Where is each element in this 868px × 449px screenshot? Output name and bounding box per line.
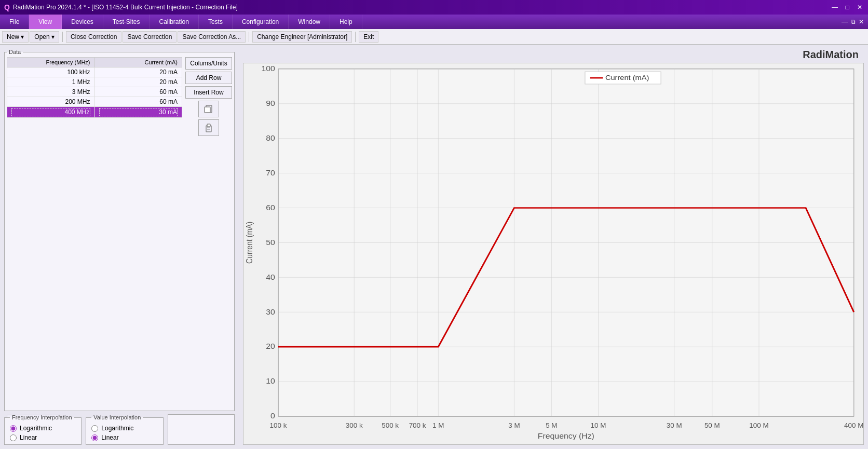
val-log-radio[interactable] xyxy=(91,425,98,432)
svg-text:50 M: 50 M xyxy=(704,422,720,429)
val-log-option[interactable]: Logarithmic xyxy=(91,425,157,432)
val-linear-option[interactable]: Linear xyxy=(91,434,157,441)
menu-help[interactable]: Help xyxy=(330,15,362,29)
add-row-button[interactable]: Add Row xyxy=(185,72,232,84)
val-linear-label: Linear xyxy=(101,434,118,441)
save-correction-as-button[interactable]: Save Correction As... xyxy=(178,31,246,43)
chart-panel: RadiMation xyxy=(239,45,868,449)
toolbar-separator-2 xyxy=(249,32,249,42)
inner-minimize-button[interactable]: — xyxy=(842,18,848,25)
svg-text:10: 10 xyxy=(266,377,275,385)
svg-text:500 k: 500 k xyxy=(382,422,399,429)
freq-log-label: Logarithmic xyxy=(20,425,52,432)
cell-current[interactable] xyxy=(94,97,182,107)
cell-frequency[interactable] xyxy=(7,97,95,107)
table-row[interactable] xyxy=(7,107,182,118)
svg-text:1 M: 1 M xyxy=(432,422,444,429)
input-current[interactable] xyxy=(99,69,178,76)
input-frequency[interactable] xyxy=(11,98,90,105)
close-button[interactable]: ✕ xyxy=(856,3,864,11)
menu-window[interactable]: Window xyxy=(289,15,330,29)
copy-button[interactable] xyxy=(198,101,219,117)
input-frequency[interactable] xyxy=(11,69,90,76)
main-content: Data Frequency (MHz) Current (mA) xyxy=(0,45,868,449)
svg-text:60: 60 xyxy=(266,203,275,212)
svg-text:40: 40 xyxy=(266,273,275,281)
close-correction-button[interactable]: Close Correction xyxy=(66,31,121,43)
table-row[interactable] xyxy=(7,67,182,77)
cell-current[interactable] xyxy=(94,77,182,87)
cell-current[interactable] xyxy=(94,87,182,97)
open-button[interactable]: Open ▾ xyxy=(30,31,59,43)
col-frequency: Frequency (MHz) xyxy=(7,58,95,67)
button-column: Colums/Units Add Row Insert Row xyxy=(185,57,232,409)
cell-frequency[interactable] xyxy=(7,77,95,87)
cell-frequency[interactable] xyxy=(7,107,95,118)
menu-tests[interactable]: Tests xyxy=(199,15,233,29)
insert-row-button[interactable]: Insert Row xyxy=(185,86,232,99)
input-current[interactable] xyxy=(99,98,178,105)
freq-interp-label: Frequency Interpolation xyxy=(10,414,74,420)
columns-units-button[interactable]: Colums/Units xyxy=(185,57,232,70)
data-group-label: Data xyxy=(7,49,23,55)
cell-frequency[interactable] xyxy=(7,67,95,77)
svg-text:100 M: 100 M xyxy=(749,422,768,429)
paste-button[interactable] xyxy=(198,119,219,136)
table-row[interactable] xyxy=(7,97,182,107)
menu-calibration[interactable]: Calibration xyxy=(150,15,199,29)
inner-restore-button[interactable]: ⧉ xyxy=(851,18,856,25)
freq-linear-label: Linear xyxy=(20,434,37,441)
menubar: File View Devices Test-Sites Calibration… xyxy=(0,15,868,29)
toolbar: New ▾ Open ▾ Close Correction Save Corre… xyxy=(0,29,868,45)
window-controls[interactable]: — □ ✕ xyxy=(831,3,864,11)
inner-close-button[interactable]: ✕ xyxy=(859,18,864,25)
svg-text:400 M: 400 M xyxy=(844,422,863,429)
menu-test-sites[interactable]: Test-Sites xyxy=(103,15,150,29)
cell-frequency[interactable] xyxy=(7,87,95,97)
cell-current[interactable] xyxy=(94,107,182,118)
menu-view[interactable]: View xyxy=(29,15,62,29)
input-current[interactable] xyxy=(99,108,178,116)
table-row[interactable] xyxy=(7,77,182,87)
data-table-container: Frequency (MHz) Current (mA) xyxy=(7,57,182,409)
svg-text:Current (mA): Current (mA) xyxy=(245,222,254,264)
svg-text:100 k: 100 k xyxy=(270,422,287,429)
input-current[interactable] xyxy=(99,78,178,86)
chart-container: 100 90 80 70 60 50 40 30 20 10 0 Current… xyxy=(243,63,864,445)
chart-svg: 100 90 80 70 60 50 40 30 20 10 0 Current… xyxy=(243,63,863,444)
menu-devices[interactable]: Devices xyxy=(62,15,103,29)
maximize-button[interactable]: □ xyxy=(843,3,851,11)
val-linear-radio[interactable] xyxy=(91,434,98,441)
new-button[interactable]: New ▾ xyxy=(2,31,29,43)
legend-label: Current (mA) xyxy=(605,74,649,81)
input-frequency[interactable] xyxy=(11,78,90,86)
freq-interp-options: Logarithmic Linear xyxy=(10,425,76,441)
change-engineer-button[interactable]: Change Engineer [Administrator] xyxy=(252,31,352,43)
input-frequency[interactable] xyxy=(11,108,90,116)
save-correction-button[interactable]: Save Correction xyxy=(123,31,177,43)
interpolation-row: Frequency Interpolation Logarithmic Line… xyxy=(4,414,235,445)
svg-text:30: 30 xyxy=(266,307,275,316)
svg-text:70: 70 xyxy=(266,169,275,177)
copy-icon xyxy=(204,104,214,114)
svg-text:3 M: 3 M xyxy=(508,422,520,429)
data-group: Data Frequency (MHz) Current (mA) xyxy=(4,49,235,411)
minimize-button[interactable]: — xyxy=(831,3,839,11)
freq-log-radio[interactable] xyxy=(10,425,17,432)
svg-text:80: 80 xyxy=(266,134,275,142)
table-row[interactable] xyxy=(7,87,182,97)
freq-log-option[interactable]: Logarithmic xyxy=(10,425,76,432)
title-text: RadiMation Pro 2024.1.4 * - [ISO 11452-4… xyxy=(13,4,238,11)
exit-button[interactable]: Exit xyxy=(359,31,378,43)
freq-linear-option[interactable]: Linear xyxy=(10,434,76,441)
data-tbody xyxy=(7,67,182,118)
cell-current[interactable] xyxy=(94,67,182,77)
menu-configuration[interactable]: Configuration xyxy=(233,15,289,29)
svg-text:100: 100 xyxy=(262,64,275,73)
freq-linear-radio[interactable] xyxy=(10,434,17,441)
input-current[interactable] xyxy=(99,88,178,96)
input-frequency[interactable] xyxy=(11,88,90,96)
titlebar: Q RadiMation Pro 2024.1.4 * - [ISO 11452… xyxy=(0,0,868,15)
frequency-interpolation-group: Frequency Interpolation Logarithmic Line… xyxy=(4,414,82,445)
menu-file[interactable]: File xyxy=(0,15,29,29)
